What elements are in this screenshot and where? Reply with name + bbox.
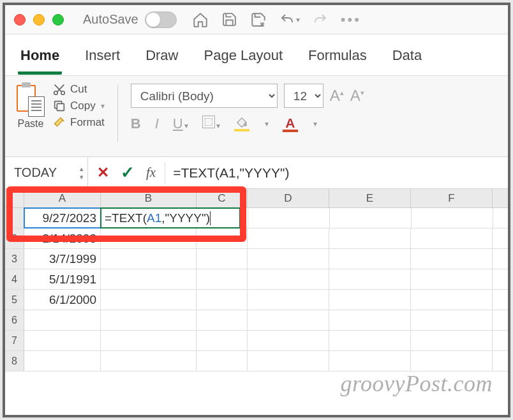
cell[interactable] [248,229,329,248]
redo-icon[interactable] [313,12,328,27]
name-box-stepper[interactable]: ▴▾ [80,165,84,181]
row-header[interactable]: 7 [5,331,24,350]
copy-button[interactable]: Copy ▾ [52,99,105,113]
cell[interactable] [248,269,329,289]
col-header-d[interactable]: D [248,189,329,207]
cell[interactable] [411,290,493,310]
cell[interactable] [24,351,101,371]
cancel-formula-button[interactable]: ✕ [97,164,109,181]
col-header-a[interactable]: A [24,189,101,207]
cell[interactable] [329,229,411,248]
underline-button[interactable]: U [173,116,183,131]
minimize-window-button[interactable] [33,14,45,26]
cell[interactable] [329,310,411,330]
row-header[interactable]: 4 [5,269,24,289]
cell[interactable]: 3/7/1999 [24,249,101,269]
font-color-button[interactable]: A [283,116,298,132]
name-box[interactable]: TODAY ▴▾ [5,157,88,188]
cell[interactable] [329,290,411,310]
cell-c1[interactable] [240,208,248,228]
row-header[interactable]: 2 [5,229,24,248]
tab-formulas[interactable]: Formulas [306,43,369,75]
cell[interactable] [197,351,248,371]
cell[interactable] [197,229,248,248]
cell[interactable] [197,290,248,310]
col-header-e[interactable]: E [329,189,411,207]
col-header-f[interactable]: F [411,189,493,207]
cell[interactable] [197,269,248,289]
cell[interactable] [411,351,493,371]
cell[interactable] [248,351,329,371]
fx-button[interactable]: fx [146,165,156,181]
row-header[interactable]: 8 [5,351,24,371]
formula-input[interactable]: =TEXT(A1,"YYYY") [165,165,508,181]
col-header-c[interactable]: C [197,189,248,207]
paste-button[interactable]: Paste [14,81,47,131]
tab-draw[interactable]: Draw [143,43,181,75]
italic-button[interactable]: I [155,116,159,132]
cell[interactable] [101,269,197,289]
fullscreen-window-button[interactable] [52,14,64,26]
format-painter-label: Format [70,116,105,129]
cell[interactable] [329,249,411,269]
font-size-select[interactable]: 12 [284,84,323,108]
more-icon[interactable]: ••• [341,11,361,28]
cell[interactable] [101,229,197,248]
cell-e1[interactable] [330,208,412,228]
row-header[interactable]: 3 [5,249,24,269]
cell[interactable] [24,331,101,350]
cell[interactable] [329,269,411,289]
cell[interactable] [24,310,101,330]
decrease-font-icon[interactable]: A▾ [350,87,364,105]
cut-button[interactable]: Cut [52,82,105,96]
home-icon[interactable] [192,11,209,28]
cell-a1[interactable]: 9/27/2023 [24,208,101,228]
font-family-select[interactable]: Calibri (Body) [131,84,278,108]
autosave-toggle[interactable] [145,11,177,28]
cell[interactable] [248,310,329,330]
tab-data[interactable]: Data [390,43,424,75]
tab-home[interactable]: Home [18,43,62,75]
tab-page-layout[interactable]: Page Layout [202,43,286,75]
cell[interactable] [248,249,329,269]
cell[interactable] [411,310,493,330]
cell-b1[interactable]: =TEXT(A1,"YYYY") [101,208,240,228]
row-header[interactable] [5,208,24,228]
cell[interactable] [101,351,197,371]
cell[interactable] [411,331,493,350]
increase-font-icon[interactable]: A▴ [330,87,344,105]
select-all-corner[interactable] [5,189,24,207]
cell[interactable] [101,290,197,310]
undo-icon[interactable]: ▾ [279,12,300,27]
cell[interactable] [411,229,493,248]
bold-button[interactable]: B [131,116,141,132]
cell[interactable]: 2/14/2003 [24,229,101,248]
cell[interactable] [101,310,197,330]
cell[interactable] [197,249,248,269]
save-edit-icon[interactable] [250,11,267,28]
tab-insert[interactable]: Insert [82,43,123,75]
cell[interactable]: 5/1/1991 [24,269,101,289]
cell-d1[interactable] [248,208,330,228]
cell[interactable] [329,331,411,350]
save-icon[interactable] [221,11,237,27]
borders-button[interactable] [202,116,215,128]
close-window-button[interactable] [14,14,26,26]
cell[interactable] [197,310,248,330]
cell[interactable] [329,351,411,371]
cell[interactable] [248,290,329,310]
col-header-b[interactable]: B [101,189,197,207]
cell-f1[interactable] [412,208,493,228]
cell[interactable] [411,269,493,289]
cell[interactable]: 6/1/2000 [24,290,101,310]
accept-formula-button[interactable]: ✓ [121,163,135,183]
row-header[interactable]: 6 [5,310,24,330]
fill-color-button[interactable] [234,117,249,131]
cell[interactable] [197,331,248,350]
format-painter-button[interactable]: Format [52,116,105,130]
cell[interactable] [101,331,197,350]
cell[interactable] [411,249,493,269]
cell[interactable] [101,249,197,269]
row-header[interactable]: 5 [5,290,24,310]
cell[interactable] [248,331,329,350]
